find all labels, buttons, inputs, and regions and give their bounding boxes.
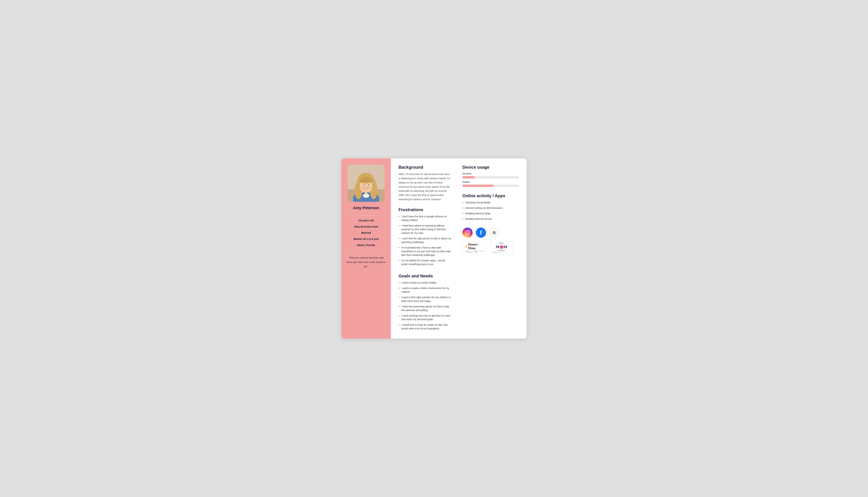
chrome-svg [491,229,498,237]
frustration-item-2: I need best advice on parenting without … [399,224,452,235]
sidebar: Amy Peterson 34 years old Stay-at-home-m… [341,158,391,339]
device-usage-title: Device usage [463,165,519,170]
app-icons-row: f [463,228,519,238]
instagram-svg [465,230,470,236]
mobile-label: Mobile [463,181,519,183]
online-activity-list: Checking Social Media Internet Surfing v… [463,201,519,221]
detail-status: Married [346,231,387,234]
goal-item-1: I want to keep my family healthy [399,281,452,285]
mom-forum-bottom-text: FORUM [498,250,505,251]
instagram-icon [463,228,473,238]
facebook-icon: f [476,228,486,238]
svg-point-18 [363,194,369,198]
goals-title: Goals and Needs [399,273,452,279]
main-content: Background Hello, I'm Amy and I'm stay-a… [391,158,527,339]
goals-list: I want to keep my family healthy I want … [399,281,452,330]
detail-occupation: Stay-at-home-mom [346,225,387,228]
desktop-bar-bg [463,176,519,179]
honest-mum-logo: ✿ Honest Mum Family · Food · Style · Tra… [463,242,487,254]
svg-point-12 [368,184,369,185]
chrome-icon [489,228,499,238]
frustrations-title: Frustrations [399,207,452,212]
honest-mum-flower-icon: ✿ [465,245,467,248]
avatar-image [347,165,385,202]
mobile-bar-bg [463,185,519,187]
svg-point-20 [467,231,469,234]
detail-location: Miami, Florida [346,244,387,246]
online-activity-title: Online activity / Apps [463,193,519,198]
facebook-f: f [480,230,482,236]
persona-card: Amy Peterson 34 years old Stay-at-home-m… [341,158,527,339]
svg-point-21 [469,231,469,231]
honest-mum-sub: Family · Food · Style · Travel · Life [465,251,484,253]
frustration-item-1: I don't have the time to google advices … [399,215,452,222]
honest-mum-text: ✿ Honest Mum [465,243,484,250]
frustrations-list: I don't have the time to google advices … [399,215,452,266]
goal-item-4: I need best parenting advice on how to s… [399,305,452,312]
goal-item-6: I would love to have an expert on dial, … [399,323,452,330]
desktop-bar-fill [463,176,475,179]
background-title: Background [399,165,452,170]
background-section: Background Hello, I'm Amy and I'm stay-a… [399,165,452,207]
sidebar-divider-top [346,215,387,216]
goals-section: Goals and Needs I want to keep my family… [399,273,452,332]
activity-item-1: Checking Social Media [463,201,519,204]
mom-forum-main-text: M ◉ M [496,244,507,250]
avatar [347,165,385,202]
detail-family: Mother of 2 (1-4 y/o) [346,237,387,240]
desktop-label: Desktop [463,172,519,175]
goal-item-3: I want to find right activities for my c… [399,296,452,303]
mobile-bar-fill [463,185,494,187]
activity-item-3: Reading Mommy blogs [463,212,519,215]
persona-name: Amy Peterson [353,206,379,210]
svg-point-16 [368,186,371,188]
background-text: Hello, I'm Amy and I'm stay-at-home mom … [399,172,452,202]
frustration-item-4: I'm frustrated that I have to deal with … [399,246,452,257]
online-activity-section: Online activity / Apps Checking Social M… [463,193,519,223]
svg-point-13 [364,184,364,185]
mom-forum-logo: THE M ◉ M FORUM Supporting Women in Moth… [490,242,513,254]
mom-text-m1: M [496,245,499,249]
right-panel: Device usage Desktop Mobile Online activ… [463,165,519,332]
svg-point-11 [363,184,364,185]
svg-point-15 [361,186,364,188]
activity-item-2: Internet Surfing via Web Browsers [463,206,519,210]
goal-item-2: I want to create a better environment fo… [399,286,452,294]
device-usage-section: Device usage Desktop Mobile [463,165,519,187]
goal-item-5: I need working mom tips to get back on t… [399,314,452,321]
detail-list: 34 years old Stay-at-home-mom Married Mo… [346,219,387,250]
activity-item-4: Reading Mommy forums [463,217,519,221]
svg-point-14 [369,184,369,185]
frustration-item-5: I'm not skilled for complex apps, I woul… [399,259,452,266]
mom-forum-top-text: THE [499,242,504,244]
logos-row: ✿ Honest Mum Family · Food · Style · Tra… [463,242,519,254]
persona-quote: "Whoever claimed that kids calm down aft… [346,256,387,269]
frustrations-section: Frustrations I don't have the time to go… [399,207,452,273]
honest-mum-name: Honest Mum [468,243,484,250]
mom-text-o: ◉ [499,244,504,250]
mom-forum-sub-text: Supporting Women in Motherhood [493,251,510,253]
mom-text-m2: M [504,245,507,249]
frustration-item-3: I can't find the right person to talk to… [399,237,452,244]
detail-age: 34 years old [346,219,387,222]
svg-point-26 [494,232,495,233]
